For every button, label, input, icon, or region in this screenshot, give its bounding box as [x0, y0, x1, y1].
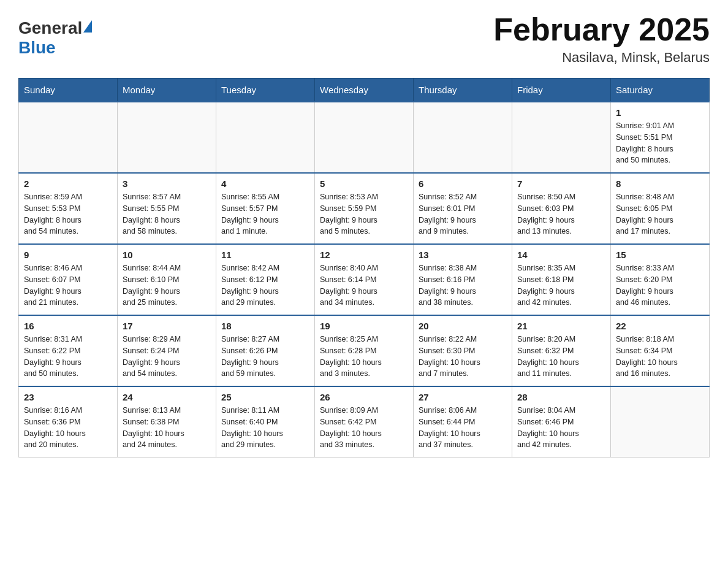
weekday-header-friday: Friday: [512, 79, 611, 102]
day-number: 27: [419, 392, 507, 402]
day-number: 13: [419, 250, 507, 260]
day-info: Sunrise: 8:16 AM Sunset: 6:36 PM Dayligh…: [24, 405, 112, 451]
day-info: Sunrise: 8:40 AM Sunset: 6:14 PM Dayligh…: [320, 262, 408, 308]
day-number: 10: [123, 250, 211, 260]
day-cell: 2Sunrise: 8:59 AM Sunset: 5:53 PM Daylig…: [19, 173, 118, 244]
day-cell: 20Sunrise: 8:22 AM Sunset: 6:30 PM Dayli…: [414, 315, 512, 386]
day-cell: 17Sunrise: 8:29 AM Sunset: 6:24 PM Dayli…: [118, 315, 216, 386]
weekday-header-thursday: Thursday: [414, 79, 512, 102]
day-info: Sunrise: 8:53 AM Sunset: 5:59 PM Dayligh…: [320, 191, 408, 237]
calendar-table: SundayMondayTuesdayWednesdayThursdayFrid…: [18, 78, 710, 458]
day-info: Sunrise: 8:20 AM Sunset: 6:32 PM Dayligh…: [517, 334, 605, 380]
day-cell: 9Sunrise: 8:46 AM Sunset: 6:07 PM Daylig…: [19, 244, 118, 315]
day-number: 12: [320, 250, 408, 260]
day-info: Sunrise: 8:50 AM Sunset: 6:03 PM Dayligh…: [517, 191, 605, 237]
location-text: Nasilava, Minsk, Belarus: [493, 50, 710, 66]
day-cell: [216, 102, 315, 173]
week-row-4: 16Sunrise: 8:31 AM Sunset: 6:22 PM Dayli…: [19, 315, 710, 386]
day-info: Sunrise: 8:38 AM Sunset: 6:16 PM Dayligh…: [419, 262, 507, 308]
week-row-2: 2Sunrise: 8:59 AM Sunset: 5:53 PM Daylig…: [19, 173, 710, 244]
day-number: 16: [24, 321, 112, 331]
day-info: Sunrise: 8:46 AM Sunset: 6:07 PM Dayligh…: [24, 262, 112, 308]
day-cell: 5Sunrise: 8:53 AM Sunset: 5:59 PM Daylig…: [315, 173, 414, 244]
day-cell: 4Sunrise: 8:55 AM Sunset: 5:57 PM Daylig…: [216, 173, 315, 244]
day-info: Sunrise: 8:57 AM Sunset: 5:55 PM Dayligh…: [123, 191, 211, 237]
day-cell: [414, 102, 512, 173]
day-number: 18: [221, 321, 309, 331]
day-cell: 14Sunrise: 8:35 AM Sunset: 6:18 PM Dayli…: [512, 244, 611, 315]
day-number: 28: [517, 392, 605, 402]
logo-triangle-icon: [83, 20, 92, 33]
title-block: February 2025 Nasilava, Minsk, Belarus: [493, 12, 710, 66]
day-cell: 25Sunrise: 8:11 AM Sunset: 6:40 PM Dayli…: [216, 386, 315, 458]
day-info: Sunrise: 8:13 AM Sunset: 6:38 PM Dayligh…: [123, 405, 211, 451]
weekday-header-tuesday: Tuesday: [216, 79, 315, 102]
day-cell: [512, 102, 611, 173]
day-cell: 16Sunrise: 8:31 AM Sunset: 6:22 PM Dayli…: [19, 315, 118, 386]
page-header: General Blue February 2025 Nasilava, Min…: [18, 12, 710, 66]
day-info: Sunrise: 8:48 AM Sunset: 6:05 PM Dayligh…: [616, 191, 704, 237]
weekday-header-saturday: Saturday: [611, 79, 710, 102]
day-cell: 3Sunrise: 8:57 AM Sunset: 5:55 PM Daylig…: [118, 173, 216, 244]
day-info: Sunrise: 8:29 AM Sunset: 6:24 PM Dayligh…: [123, 334, 211, 380]
day-number: 23: [24, 392, 112, 402]
day-number: 8: [616, 178, 704, 189]
day-cell: 26Sunrise: 8:09 AM Sunset: 6:42 PM Dayli…: [315, 386, 414, 458]
day-info: Sunrise: 9:01 AM Sunset: 5:51 PM Dayligh…: [616, 120, 704, 166]
day-cell: [611, 386, 710, 458]
day-cell: 22Sunrise: 8:18 AM Sunset: 6:34 PM Dayli…: [611, 315, 710, 386]
day-info: Sunrise: 8:33 AM Sunset: 6:20 PM Dayligh…: [616, 262, 704, 308]
day-cell: [315, 102, 414, 173]
day-cell: 15Sunrise: 8:33 AM Sunset: 6:20 PM Dayli…: [611, 244, 710, 315]
day-cell: 12Sunrise: 8:40 AM Sunset: 6:14 PM Dayli…: [315, 244, 414, 315]
day-cell: 11Sunrise: 8:42 AM Sunset: 6:12 PM Dayli…: [216, 244, 315, 315]
day-number: 22: [616, 321, 704, 331]
day-number: 6: [419, 178, 507, 189]
day-info: Sunrise: 8:31 AM Sunset: 6:22 PM Dayligh…: [24, 334, 112, 380]
day-cell: 21Sunrise: 8:20 AM Sunset: 6:32 PM Dayli…: [512, 315, 611, 386]
week-row-5: 23Sunrise: 8:16 AM Sunset: 6:36 PM Dayli…: [19, 386, 710, 458]
day-info: Sunrise: 8:06 AM Sunset: 6:44 PM Dayligh…: [419, 405, 507, 451]
day-cell: 8Sunrise: 8:48 AM Sunset: 6:05 PM Daylig…: [611, 173, 710, 244]
day-number: 19: [320, 321, 408, 331]
day-info: Sunrise: 8:27 AM Sunset: 6:26 PM Dayligh…: [221, 334, 309, 380]
day-info: Sunrise: 8:35 AM Sunset: 6:18 PM Dayligh…: [517, 262, 605, 308]
day-number: 1: [616, 107, 704, 118]
day-cell: 13Sunrise: 8:38 AM Sunset: 6:16 PM Dayli…: [414, 244, 512, 315]
day-info: Sunrise: 8:04 AM Sunset: 6:46 PM Dayligh…: [517, 405, 605, 451]
day-number: 4: [221, 178, 309, 189]
day-number: 25: [221, 392, 309, 402]
day-cell: 23Sunrise: 8:16 AM Sunset: 6:36 PM Dayli…: [19, 386, 118, 458]
day-number: 14: [517, 250, 605, 260]
day-info: Sunrise: 8:44 AM Sunset: 6:10 PM Dayligh…: [123, 262, 211, 308]
day-info: Sunrise: 8:11 AM Sunset: 6:40 PM Dayligh…: [221, 405, 309, 451]
day-number: 9: [24, 250, 112, 260]
day-number: 21: [517, 321, 605, 331]
day-number: 7: [517, 178, 605, 189]
day-cell: 7Sunrise: 8:50 AM Sunset: 6:03 PM Daylig…: [512, 173, 611, 244]
day-number: 2: [24, 178, 112, 189]
logo: General Blue: [18, 12, 92, 58]
day-number: 24: [123, 392, 211, 402]
week-row-3: 9Sunrise: 8:46 AM Sunset: 6:07 PM Daylig…: [19, 244, 710, 315]
day-number: 3: [123, 178, 211, 189]
day-info: Sunrise: 8:52 AM Sunset: 6:01 PM Dayligh…: [419, 191, 507, 237]
day-number: 20: [419, 321, 507, 331]
month-title: February 2025: [493, 12, 710, 47]
day-number: 26: [320, 392, 408, 402]
day-cell: 27Sunrise: 8:06 AM Sunset: 6:44 PM Dayli…: [414, 386, 512, 458]
day-info: Sunrise: 8:42 AM Sunset: 6:12 PM Dayligh…: [221, 262, 309, 308]
day-info: Sunrise: 8:09 AM Sunset: 6:42 PM Dayligh…: [320, 405, 408, 451]
day-number: 17: [123, 321, 211, 331]
day-info: Sunrise: 8:22 AM Sunset: 6:30 PM Dayligh…: [419, 334, 507, 380]
logo-general-text: General: [18, 18, 82, 38]
day-cell: [19, 102, 118, 173]
weekday-header-monday: Monday: [118, 79, 216, 102]
day-cell: 6Sunrise: 8:52 AM Sunset: 6:01 PM Daylig…: [414, 173, 512, 244]
weekday-header-wednesday: Wednesday: [315, 79, 414, 102]
day-cell: [118, 102, 216, 173]
day-cell: 10Sunrise: 8:44 AM Sunset: 6:10 PM Dayli…: [118, 244, 216, 315]
day-info: Sunrise: 8:59 AM Sunset: 5:53 PM Dayligh…: [24, 191, 112, 237]
day-number: 15: [616, 250, 704, 260]
weekday-header-row: SundayMondayTuesdayWednesdayThursdayFrid…: [19, 79, 710, 102]
